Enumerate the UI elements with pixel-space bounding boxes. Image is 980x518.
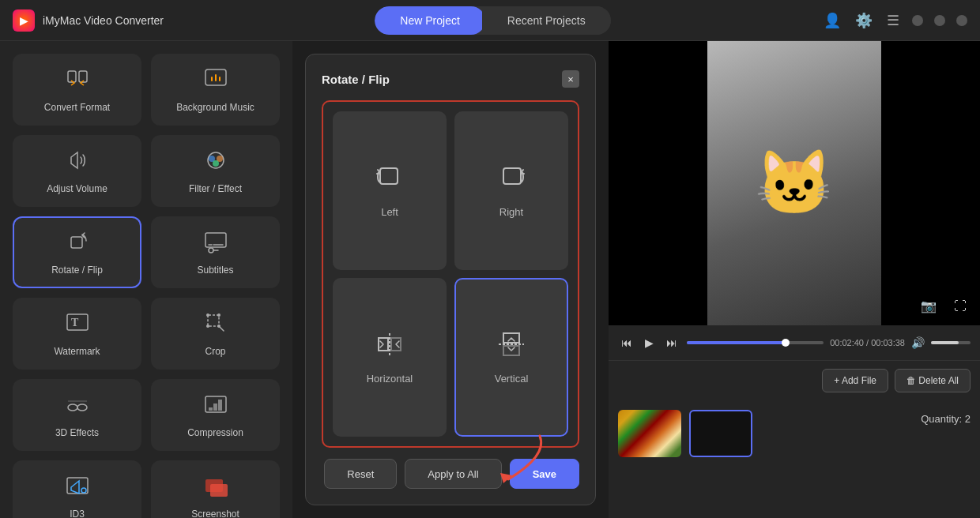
- id3-icon: [65, 473, 90, 502]
- video-preview: 🐱 📷 ⛶: [609, 41, 980, 325]
- subtitles-label: Subtitles: [197, 265, 233, 276]
- svg-point-14: [217, 313, 220, 317]
- quantity-wrapper: Quantity: 2: [921, 410, 971, 425]
- progress-bar[interactable]: [687, 341, 824, 344]
- convert-format-icon: [65, 66, 90, 96]
- svg-rect-7: [71, 237, 82, 248]
- flip-horizontal-label: Horizontal: [367, 373, 413, 385]
- dialog-close-button[interactable]: ×: [562, 70, 579, 88]
- app-logo: ▶: [13, 9, 35, 32]
- tab-switcher: New Project Recent Projects: [375, 6, 610, 35]
- filter-effect-label: Filter / Effect: [189, 183, 242, 194]
- flip-vertical-label: Vertical: [495, 373, 529, 385]
- svg-rect-25: [503, 168, 521, 184]
- svg-text:T: T: [71, 317, 79, 328]
- flip-vertical-icon: [496, 330, 527, 365]
- rotate-right-label: Right: [499, 206, 523, 218]
- skip-back-button[interactable]: ⏮: [618, 335, 635, 351]
- svg-rect-20: [67, 478, 88, 494]
- quantity-label: Quantity: 2: [921, 413, 971, 425]
- progress-handle[interactable]: [782, 339, 790, 347]
- flip-horizontal-button[interactable]: Horizontal: [333, 278, 447, 437]
- playback-controls: ⏮ ▶ ⏭ 00:02:40 / 00:03:38 🔊: [609, 325, 980, 360]
- subtitles-icon: [203, 229, 228, 258]
- crop-label: Crop: [205, 346, 225, 357]
- thumbnails-row: [618, 410, 752, 457]
- settings-icon[interactable]: ⚙️: [854, 10, 874, 31]
- add-file-button[interactable]: + Add File: [822, 369, 888, 392]
- recent-projects-tab[interactable]: Recent Projects: [482, 6, 611, 35]
- background-music-label: Background Music: [176, 102, 254, 113]
- screenshot-icon: [203, 473, 228, 502]
- convert-format-label: Convert Format: [44, 102, 110, 113]
- svg-point-18: [77, 404, 87, 411]
- sidebar-item-crop[interactable]: Crop: [151, 298, 280, 370]
- rotate-left-label: Left: [381, 206, 398, 218]
- rotate-right-button[interactable]: Right: [454, 111, 568, 270]
- 3d-effects-label: 3D Effects: [55, 427, 99, 438]
- svg-point-13: [206, 313, 209, 317]
- video-content: 🐱: [609, 41, 980, 325]
- crop-icon: [203, 310, 228, 340]
- id3-label: ID3: [70, 509, 85, 518]
- svg-rect-24: [380, 168, 398, 184]
- dialog-title: Rotate / Flip: [322, 73, 390, 86]
- svg-point-17: [68, 404, 77, 411]
- reset-button[interactable]: Reset: [324, 459, 397, 489]
- rotate-flip-icon: [65, 229, 90, 258]
- close-button[interactable]: ×: [956, 15, 967, 26]
- adjust-volume-label: Adjust Volume: [47, 183, 107, 194]
- sidebar-item-3d-effects[interactable]: 3D Effects: [13, 379, 141, 451]
- delete-all-button[interactable]: 🗑 Delete All: [895, 369, 971, 392]
- svg-point-9: [209, 248, 213, 253]
- rotate-left-icon: [374, 163, 405, 198]
- apply-to-all-button[interactable]: Apply to All: [405, 459, 501, 489]
- dialog-footer: Reset Apply to All Save: [322, 459, 579, 489]
- sidebar: Convert Format Background Music Adjust V…: [0, 41, 292, 518]
- video-black-left: [609, 41, 707, 325]
- app-title: iMyMac Video Converter: [43, 14, 164, 27]
- sidebar-item-subtitles[interactable]: Subtitles: [151, 216, 280, 288]
- rotate-options-grid: Left Right: [322, 100, 579, 448]
- sidebar-item-rotate-flip[interactable]: Rotate / Flip: [13, 216, 141, 288]
- flip-vertical-button[interactable]: Vertical: [454, 278, 568, 437]
- sidebar-item-watermark[interactable]: T Watermark: [13, 298, 141, 370]
- sidebar-item-compression[interactable]: Compression: [151, 379, 280, 451]
- save-button[interactable]: Save: [510, 459, 579, 489]
- video-overlay-icons: 📷 ⛶: [915, 295, 972, 317]
- rotate-flip-label: Rotate / Flip: [51, 265, 103, 276]
- volume-fill: [931, 341, 959, 344]
- minimize-button[interactable]: −: [912, 15, 923, 26]
- menu-icon[interactable]: ☰: [885, 10, 901, 31]
- progress-fill: [687, 341, 786, 344]
- title-bar: ▶ iMyMac Video Converter New Project Rec…: [0, 0, 980, 41]
- sidebar-item-adjust-volume[interactable]: Adjust Volume: [13, 135, 141, 207]
- volume-icon[interactable]: 🔊: [911, 336, 925, 349]
- thumbnail-2[interactable]: [689, 410, 752, 457]
- fullscreen-button[interactable]: ⛶: [948, 295, 972, 317]
- svg-point-15: [206, 325, 209, 328]
- volume-bar[interactable]: [931, 341, 971, 344]
- rotate-flip-dialog: Rotate / Flip × Left: [305, 54, 596, 505]
- thumbnail-1[interactable]: [618, 410, 681, 457]
- screenshot-overlay-button[interactable]: 📷: [915, 295, 942, 317]
- watermark-icon: T: [65, 310, 90, 340]
- user-icon[interactable]: 👤: [822, 10, 842, 31]
- file-management-bar: + Add File 🗑 Delete All: [609, 360, 980, 400]
- sidebar-item-id3[interactable]: ID3: [13, 460, 141, 518]
- new-project-tab[interactable]: New Project: [375, 6, 484, 35]
- skip-forward-button[interactable]: ⏭: [663, 335, 680, 351]
- sidebar-item-background-music[interactable]: Background Music: [151, 54, 280, 126]
- cat-video-area: 🐱: [707, 41, 881, 325]
- time-display: 00:02:40 / 00:03:38: [830, 338, 905, 347]
- sidebar-item-filter-effect[interactable]: Filter / Effect: [151, 135, 280, 207]
- rotate-left-button[interactable]: Left: [333, 111, 447, 270]
- maximize-button[interactable]: □: [934, 15, 945, 26]
- play-pause-button[interactable]: ▶: [642, 335, 657, 351]
- title-bar-left: ▶ iMyMac Video Converter: [13, 9, 164, 32]
- sidebar-item-screenshot[interactable]: Screenshot: [151, 460, 280, 518]
- dialog-header: Rotate / Flip ×: [322, 70, 579, 88]
- filter-effect-icon: [203, 148, 228, 177]
- svg-rect-23: [210, 484, 228, 497]
- sidebar-item-convert-format[interactable]: Convert Format: [13, 54, 141, 126]
